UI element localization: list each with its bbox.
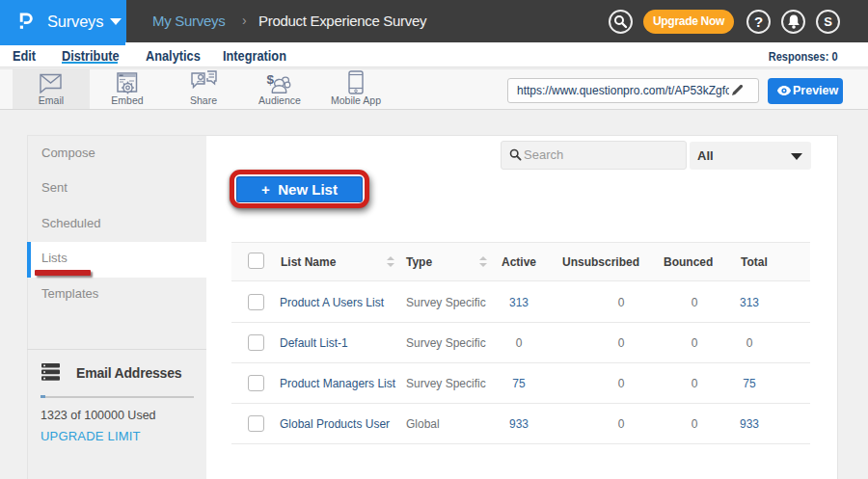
svg-text:$: $ (267, 72, 275, 87)
